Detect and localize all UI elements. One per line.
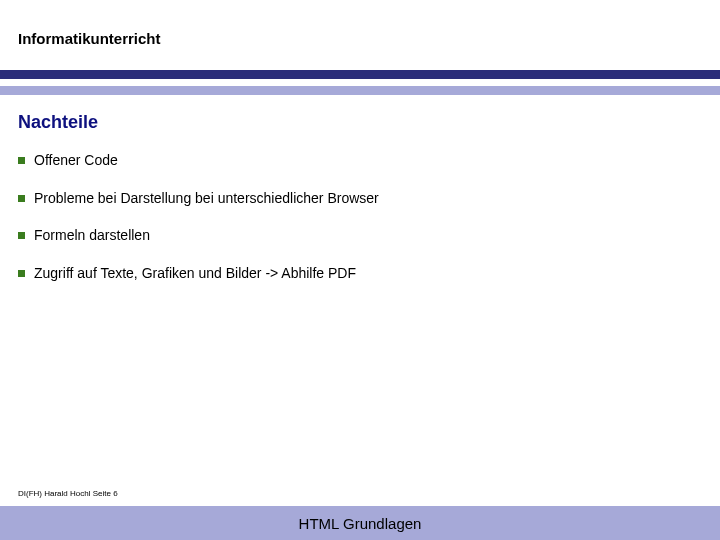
footer-title: HTML Grundlagen xyxy=(299,515,422,532)
footer-bar: HTML Grundlagen xyxy=(0,506,720,540)
bullet-icon xyxy=(18,270,25,277)
slide: Informatikunterricht Nachteile Offener C… xyxy=(0,0,720,540)
bullet-icon xyxy=(18,195,25,202)
page-header: Informatikunterricht xyxy=(18,30,161,47)
bullet-text: Formeln darstellen xyxy=(34,227,150,245)
list-item: Formeln darstellen xyxy=(18,227,698,245)
divider-dark xyxy=(0,70,720,79)
list-item: Offener Code xyxy=(18,152,698,170)
list-item: Zugriff auf Texte, Grafiken und Bilder -… xyxy=(18,265,698,283)
divider-light xyxy=(0,86,720,95)
bullet-icon xyxy=(18,232,25,239)
bullet-text: Offener Code xyxy=(34,152,118,170)
bullet-list: Offener Code Probleme bei Darstellung be… xyxy=(18,152,698,302)
bullet-icon xyxy=(18,157,25,164)
bullet-text: Zugriff auf Texte, Grafiken und Bilder -… xyxy=(34,265,356,283)
section-title: Nachteile xyxy=(18,112,98,133)
bullet-text: Probleme bei Darstellung bei unterschied… xyxy=(34,190,379,208)
footer-author-page: DI(FH) Harald Hochl Seite 6 xyxy=(18,489,118,498)
list-item: Probleme bei Darstellung bei unterschied… xyxy=(18,190,698,208)
